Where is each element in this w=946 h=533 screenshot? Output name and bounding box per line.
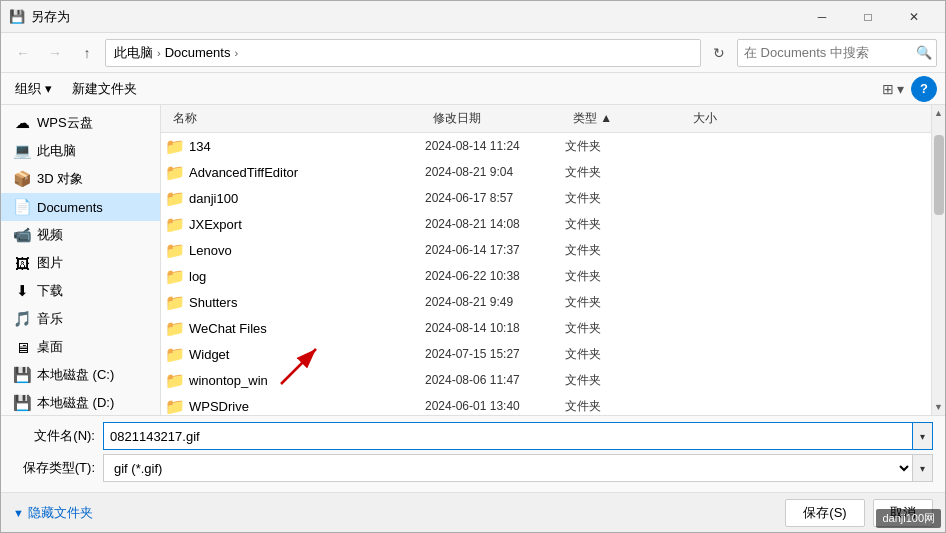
sidebar-item-desktop[interactable]: 🖥 桌面 [1, 333, 160, 361]
organize-button[interactable]: 组织 ▾ [9, 76, 58, 102]
videos-icon: 📹 [13, 226, 31, 244]
cancel-button[interactable]: 取消 [873, 499, 933, 527]
file-date: 2024-08-21 9:04 [425, 165, 565, 179]
header-date[interactable]: 修改日期 [425, 105, 565, 132]
file-type: 文件夹 [565, 294, 685, 311]
file-name: log [189, 269, 425, 284]
table-row[interactable]: 📁 Widget 2024-07-15 15:27 文件夹 [161, 341, 931, 367]
sidebar-item-downloads[interactable]: ⬇ 下载 [1, 277, 160, 305]
filename-row: 文件名(N): ▾ [13, 422, 933, 450]
toolbar2-right: ⊞ ▾ ? [879, 76, 937, 102]
scrollbar-thumb[interactable] [934, 135, 944, 215]
3d-objects-label: 3D 对象 [37, 170, 152, 188]
sidebar-item-this-pc[interactable]: 💻 此电脑 [1, 137, 160, 165]
header-name[interactable]: 名称 [165, 105, 425, 132]
sidebar-item-local-c[interactable]: 💾 本地磁盘 (C:) [1, 361, 160, 389]
filename-label: 文件名(N): [13, 427, 103, 445]
folder-icon: 📁 [165, 266, 185, 286]
sidebar-item-local-d[interactable]: 💾 本地磁盘 (D:) [1, 389, 160, 415]
save-button[interactable]: 保存(S) [785, 499, 865, 527]
sidebar-item-3d-objects[interactable]: 📦 3D 对象 [1, 165, 160, 193]
local-c-label: 本地磁盘 (C:) [37, 366, 152, 384]
folder-icon: 📁 [165, 370, 185, 390]
refresh-button[interactable]: ↻ [705, 39, 733, 67]
sidebar-item-pictures[interactable]: 🖼 图片 [1, 249, 160, 277]
new-folder-button[interactable]: 新建文件夹 [66, 76, 143, 102]
table-row[interactable]: 📁 log 2024-06-22 10:38 文件夹 [161, 263, 931, 289]
file-type: 文件夹 [565, 398, 685, 415]
file-name: WeChat Files [189, 321, 425, 336]
sidebar-item-documents[interactable]: 📄 Documents [1, 193, 160, 221]
local-c-icon: 💾 [13, 366, 31, 384]
table-row[interactable]: 📁 Shutters 2024-08-21 9:49 文件夹 [161, 289, 931, 315]
file-name: danji100 [189, 191, 425, 206]
table-row[interactable]: 📁 danji100 2024-06-17 8:57 文件夹 [161, 185, 931, 211]
title-bar-title: 另存为 [31, 8, 799, 26]
folder-icon: 📁 [165, 214, 185, 234]
filetype-dropdown-button[interactable]: ▾ [913, 454, 933, 482]
file-list-container: 名称 修改日期 类型 ▲ 大小 📁 134 2024-08-14 11:24 文… [161, 105, 931, 415]
table-row[interactable]: 📁 AdvancedTiffEditor 2024-08-21 9:04 文件夹 [161, 159, 931, 185]
file-name: Widget [189, 347, 425, 362]
header-size[interactable]: 大小 [685, 105, 765, 132]
sidebar: ☁ WPS云盘 💻 此电脑 📦 3D 对象 📄 Documents 📹 视频 🖼… [1, 105, 161, 415]
header-type[interactable]: 类型 ▲ [565, 105, 685, 132]
forward-button[interactable]: → [41, 39, 69, 67]
file-name: Shutters [189, 295, 425, 310]
up-button[interactable]: ↑ [73, 39, 101, 67]
file-type: 文件夹 [565, 372, 685, 389]
navigation-toolbar: ← → ↑ 此电脑 › Documents › ↻ 🔍 [1, 33, 945, 73]
breadcrumb-bar: 此电脑 › Documents › [105, 39, 701, 67]
table-row[interactable]: 📁 Lenovo 2024-06-14 17:37 文件夹 [161, 237, 931, 263]
breadcrumb-documents[interactable]: Documents [165, 45, 231, 60]
downloads-icon: ⬇ [13, 282, 31, 300]
breadcrumb-pc[interactable]: 此电脑 [114, 44, 153, 62]
folder-icon: 📁 [165, 240, 185, 260]
file-name: Lenovo [189, 243, 425, 258]
search-input[interactable] [744, 45, 912, 60]
organize-toolbar: 组织 ▾ 新建文件夹 ⊞ ▾ ? [1, 73, 945, 105]
hide-files-button[interactable]: ▼ 隐藏文件夹 [13, 504, 93, 522]
local-d-icon: 💾 [13, 394, 31, 412]
file-date: 2024-08-14 10:18 [425, 321, 565, 335]
table-row[interactable]: 📁 134 2024-08-14 11:24 文件夹 [161, 133, 931, 159]
hide-files-label: 隐藏文件夹 [28, 504, 93, 522]
view-button[interactable]: ⊞ ▾ [879, 76, 907, 102]
footer: ▼ 隐藏文件夹 保存(S) 取消 [1, 492, 945, 532]
file-type: 文件夹 [565, 190, 685, 207]
folder-icon: 📁 [165, 292, 185, 312]
filename-dropdown-button[interactable]: ▾ [913, 422, 933, 450]
filename-input-wrapper: ▾ [103, 422, 933, 450]
bottom-area: 文件名(N): ▾ 保存类型(T): gif (*.gif) ▾ [1, 415, 945, 492]
wps-cloud-icon: ☁ [13, 114, 31, 132]
table-row[interactable]: 📁 WeChat Files 2024-08-14 10:18 文件夹 [161, 315, 931, 341]
sidebar-item-wps-cloud[interactable]: ☁ WPS云盘 [1, 109, 160, 137]
folder-icon: 📁 [165, 318, 185, 338]
this-pc-label: 此电脑 [37, 142, 152, 160]
sidebar-item-videos[interactable]: 📹 视频 [1, 221, 160, 249]
close-button[interactable]: ✕ [891, 1, 937, 33]
filetype-select[interactable]: gif (*.gif) [103, 454, 913, 482]
breadcrumb-sep2: › [234, 47, 238, 59]
file-type: 文件夹 [565, 268, 685, 285]
file-date: 2024-06-17 8:57 [425, 191, 565, 205]
table-row[interactable]: 📁 JXExport 2024-08-21 14:08 文件夹 [161, 211, 931, 237]
file-list-scrollbar[interactable]: ▲ ▼ [931, 105, 945, 415]
folder-icon: 📁 [165, 136, 185, 156]
table-row[interactable]: 📁 WPSDrive 2024-06-01 13:40 文件夹 [161, 393, 931, 415]
file-name: winontop_win [189, 373, 425, 388]
filename-input[interactable] [103, 422, 913, 450]
sidebar-item-music[interactable]: 🎵 音乐 [1, 305, 160, 333]
minimize-button[interactable]: ─ [799, 1, 845, 33]
maximize-button[interactable]: □ [845, 1, 891, 33]
help-button[interactable]: ? [911, 76, 937, 102]
hide-files-arrow-icon: ▼ [13, 507, 24, 519]
file-type: 文件夹 [565, 242, 685, 259]
documents-icon: 📄 [13, 198, 31, 216]
table-row[interactable]: 📁 winontop_win 2024-08-06 11:47 文件夹 [161, 367, 931, 393]
file-name: JXExport [189, 217, 425, 232]
back-button[interactable]: ← [9, 39, 37, 67]
desktop-icon: 🖥 [13, 338, 31, 356]
wps-cloud-label: WPS云盘 [37, 114, 152, 132]
title-bar: 💾 另存为 ─ □ ✕ [1, 1, 945, 33]
